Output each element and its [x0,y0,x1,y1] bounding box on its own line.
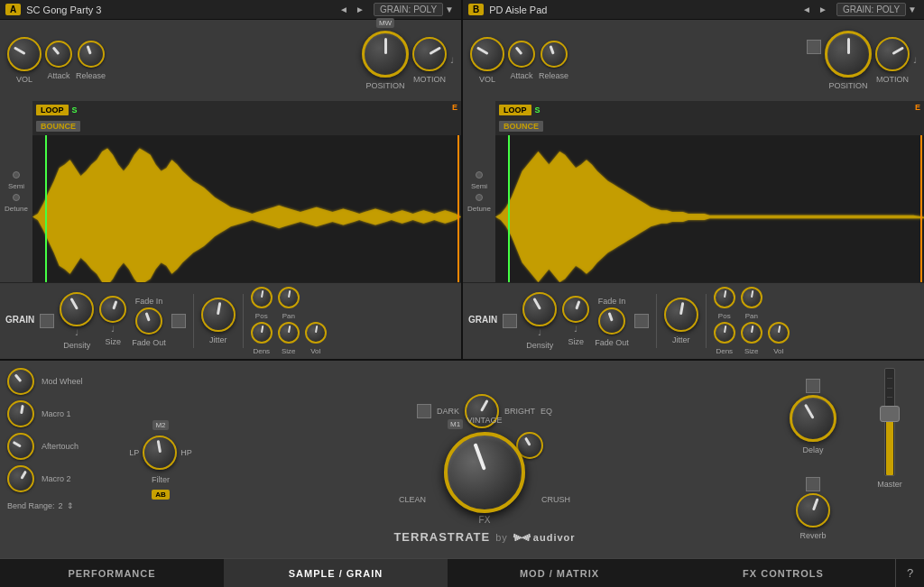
panel-b-pos-group: Pos [714,287,735,320]
panel-b-motion-knob[interactable] [875,37,910,71]
panel-b-id-label: B [468,4,484,15]
delay-label: Delay [802,445,823,454]
panel-b-size2-label: Size [744,347,759,355]
panel-b-grain-sq1[interactable] [503,314,517,328]
panel-a-size2-knob[interactable] [278,322,300,344]
panel-a-waveform-section: Semi Detune LOOP S E BOUNCE [0,101,461,282]
panel-a-density-knob[interactable] [60,292,94,326]
panel-a-prev-btn[interactable]: ◄ [337,5,350,14]
panel-a-release-knob[interactable] [78,41,105,68]
nav-help[interactable]: ? [895,559,924,587]
nav-sample-grain[interactable]: SAMPLE / GRAIN [224,559,448,587]
m1-badge[interactable]: M1 [448,419,463,429]
panel-a-vol2-group: Vol [305,322,327,355]
panel-a-vol2-knob[interactable] [305,322,327,344]
panel-b-release-group: Release [539,41,568,80]
panel-b-loop-btn[interactable]: LOOP [499,105,531,115]
panel-b-position-knob[interactable] [825,31,872,78]
panel-a-loop-btn[interactable]: LOOP [36,105,69,115]
panel-b-expand-btn[interactable]: ▼ [906,5,919,14]
panel-a-detune-dot[interactable] [13,194,20,201]
panel-a-pan-group: Pan [278,287,300,320]
panel-b-size-knob[interactable] [562,296,589,323]
macro1-knob[interactable] [7,400,34,427]
panel-a-jitter-knob[interactable] [201,298,236,332]
bend-range-arrows[interactable]: ⇕ [67,501,74,510]
panel-b-waveform-container: LOOP S E BOUNCE [495,101,924,282]
panel-a-motion-knob[interactable] [412,37,447,71]
fx-main-knob[interactable] [444,432,525,513]
panel-a-size2-group: Size [278,322,300,355]
panel-b-pos-knob[interactable] [714,287,735,308]
aftertouch-knob[interactable] [7,433,34,460]
panel-a-semi-dot[interactable] [13,171,20,179]
nav-performance[interactable]: PERFORMANCE [0,559,224,587]
panel-a-side-controls: Semi Detune [0,101,32,282]
bend-range-label: Bend Range: [7,501,55,510]
panel-b-grain-sq2[interactable] [634,314,649,328]
m2-badge[interactable]: M2 [152,420,168,430]
panel-a-grain-badge: GRAIN: POLY [374,3,443,16]
panel-b-dens-knob[interactable] [714,322,735,344]
main-area: A SC Gong Party 3 ◄ ► GRAIN: POLY ▼ VOL [0,0,924,558]
panel-b-grain-divider [656,294,657,348]
panel-a-grain-sq2[interactable] [171,314,186,328]
panel-b-waveform-section: Semi Detune LOOP S E BOUNCE [463,101,924,282]
panel-b-fadein-group: Fade In Fade Out [595,295,629,347]
panel-a-pan-knob[interactable] [278,287,300,308]
panel-b-release-knob[interactable] [541,41,568,68]
macro2-knob[interactable] [7,465,34,492]
panel-b-semi-dot[interactable] [476,171,483,179]
ab-badge[interactable]: AB [152,490,170,500]
panel-a-next-btn[interactable]: ► [354,5,366,14]
panel-b-fadein-knob[interactable] [598,307,625,335]
nav-mod-matrix[interactable]: MOD / MATRIX [448,559,671,587]
panel-a-attack-knob[interactable] [45,41,72,68]
panel-b-detune-label: Detune [467,205,491,213]
delay-reverb-section: Delay Reverb [772,368,854,551]
panel-b-next-btn[interactable]: ► [817,5,829,14]
panel-b-vol-knob[interactable] [470,37,504,71]
panel-a-vol-knob[interactable] [7,37,42,71]
panel-a-controls: VOL Attack Release [0,20,461,101]
panel-a-expand-btn[interactable]: ▼ [443,5,456,14]
panel-b-prev-btn[interactable]: ◄ [800,5,813,14]
panel-a-fadein-knob[interactable] [135,307,162,335]
lp-label: LP [129,448,139,457]
reverb-sq-btn[interactable] [806,477,820,491]
panel-b-waveform-area[interactable] [495,135,924,282]
panel-a-s-marker: S [72,105,78,115]
panel-b-density-knob[interactable] [522,292,557,326]
master-fader-track[interactable] [884,368,895,476]
eq-sq-btn[interactable] [417,404,431,418]
panel-a-dens-knob[interactable] [251,322,273,344]
panel-a-end-line [457,135,459,282]
panel-a-size-knob[interactable] [99,296,126,323]
mod-wheel-knob[interactable] [7,368,34,395]
panel-a-grain-sq1[interactable] [40,314,54,328]
panel-b-grain-title: GRAIN [468,315,497,325]
panel-a-waveform-area[interactable] [32,135,461,282]
reverb-knob[interactable] [796,493,830,527]
panel-a-size-group: ♩ Size [99,296,126,346]
panel-b: B PD Aisle Pad ◄ ► GRAIN: POLY ▼ VOL [463,0,924,359]
panel-b-pan-knob[interactable] [741,287,762,308]
panel-b-vol2-knob[interactable] [768,322,790,344]
panel-b-vol-group: VOL [470,37,504,84]
panel-b-bounce-btn[interactable]: BOUNCE [499,121,543,132]
panel-b-detune-dot[interactable] [476,194,483,201]
panel-b-size2-knob[interactable] [741,322,762,344]
filter-knob[interactable] [143,436,177,470]
instruments-row: A SC Gong Party 3 ◄ ► GRAIN: POLY ▼ VOL [0,0,924,361]
panel-a-pos-knob[interactable] [251,287,273,308]
delay-sq-btn[interactable] [806,379,820,393]
panel-b-name: PD Aisle Pad [489,5,800,15]
fader-thumb[interactable] [880,406,900,422]
panel-a-position-knob[interactable] [362,31,409,78]
panel-b-jitter-knob[interactable] [664,298,698,332]
nav-fx-controls[interactable]: FX CONTROLS [671,559,895,587]
panel-a-bounce-btn[interactable]: BOUNCE [36,121,80,132]
panel-b-attack-knob[interactable] [508,41,535,68]
delay-knob[interactable] [790,395,836,442]
panel-b-sq-btn[interactable] [807,40,821,54]
